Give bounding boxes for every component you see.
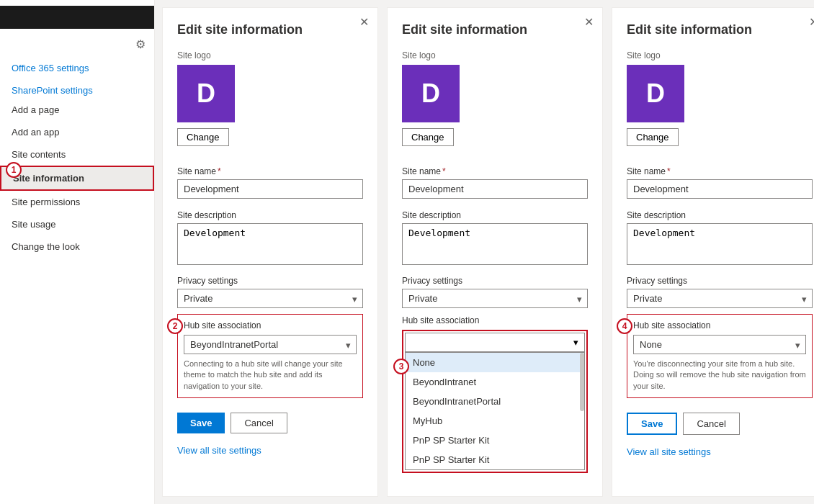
panel-1: ✕ Edit site information Site logo D Chan… [162,7,378,497]
panel-2-dropdown-arrow: ▾ [573,337,578,348]
panel-1-btn-row: Save Cancel [177,413,363,433]
panel-2-privacy-label: Privacy settings [402,276,588,286]
panel-3-privacy-wrapper: Private Public ▾ [627,289,813,308]
panel-1-privacy-select[interactable]: Private Public [177,289,363,308]
panel-1-site-desc-label: Site description [177,210,363,220]
panel-3-close[interactable]: ✕ [809,15,814,29]
circle-3: 3 [393,359,409,374]
panel-3-logo: D [627,65,684,122]
panel-1-logo-label: Site logo [177,50,363,60]
panel-1-close[interactable]: ✕ [359,15,369,29]
dropdown-item-pnp2[interactable]: PnP SP Starter Kit [406,450,584,469]
panel-3-change-btn[interactable]: Change [627,128,679,146]
panel-1-hub-select[interactable]: BeyondIntranetPortal None [184,335,357,354]
panel-2-logo: D [402,65,460,122]
panel-2-hub-container: Hub site association 3 ▾ None BeyondIntr… [402,315,588,473]
panel-2-dropdown-header[interactable]: ▾ [405,333,585,352]
panel-3-hub-select[interactable]: None BeyondIntranetPortal [633,335,806,354]
panel-1-site-name-label: Site name* [177,166,363,176]
sidebar-item-site-usage[interactable]: Site usage [0,213,154,235]
main-content: ✕ Edit site information Site logo D Chan… [155,0,814,504]
panel-2-site-name-label: Site name* [402,166,588,176]
panel-1-privacy-label: Privacy settings [177,276,363,286]
sidebar-item-site-information[interactable]: Site information [0,166,154,191]
sidebar-item-sharepoint: SharePoint settings [0,79,154,99]
panel-1-hub-label: Hub site association [184,320,357,330]
panel-3-hub-box: Hub site association None BeyondIntranet… [627,314,813,398]
panel-2-title: Edit site information [402,22,588,37]
dropdown-item-myhub[interactable]: MyHub [406,411,584,431]
sidebar-item-office365[interactable]: Office 365 settings [0,57,154,79]
panel-2-change-btn[interactable]: Change [402,128,454,146]
panel-1-logo: D [177,65,235,122]
circle-1: 1 [6,162,22,178]
panel-3-hub-info: You're disconnecting your site from a hu… [633,359,806,392]
panel-1-site-desc-textarea[interactable]: Development [177,223,363,265]
panel-3-privacy-label: Privacy settings [627,276,813,286]
brand-bar [0,6,154,29]
panel-2-close[interactable]: ✕ [584,15,594,29]
panel-3-site-name-input[interactable] [627,179,813,199]
dropdown-item-beyondintranetportal[interactable]: BeyondIntranetPortal [406,392,584,411]
panel-3-save-btn[interactable]: Save [627,413,677,435]
panel-3-site-desc-label: Site description [627,210,813,220]
panel-3-hub-label: Hub site association [633,320,806,330]
dropdown-item-beyondintranet[interactable]: BeyondIntranet [406,372,584,392]
sidebar: ⚙ Office 365 settings SharePoint setting… [0,0,155,504]
sidebar-item-site-contents[interactable]: Site contents [0,143,154,166]
dropdown-item-pnp1[interactable]: PnP SP Starter Kit [406,431,584,450]
panel-1-title: Edit site information [177,22,363,37]
panel-2-privacy-select[interactable]: Private Public [402,289,588,308]
panel-2-hub-label: Hub site association [402,315,588,325]
dropdown-scrollbar[interactable] [580,353,584,411]
sidebar-top: ⚙ [0,35,154,57]
panel-2-logo-label: Site logo [402,50,588,60]
panel-2: ✕ Edit site information Site logo D Chan… [387,7,603,497]
panel-1-privacy-wrapper: Private Public ▾ [177,289,363,308]
panel-3-logo-label: Site logo [627,50,813,60]
panel-2-site-name-input[interactable] [402,179,588,199]
dropdown-item-none[interactable]: None [406,353,584,372]
panel-1-change-btn[interactable]: Change [177,128,229,146]
panel-3-view-all[interactable]: View all site settings [627,446,813,457]
panel-3: ✕ Edit site information Site logo D Chan… [612,7,814,497]
panel-1-hub-box: Hub site association BeyondIntranetPorta… [177,314,363,398]
panel-2-privacy-wrapper: Private Public ▾ [402,289,588,308]
panel-3-title: Edit site information [627,22,813,37]
panel-3-site-name-label: Site name* [627,166,813,176]
panel-1-save-btn[interactable]: Save [177,413,225,433]
panel-3-site-desc-textarea[interactable]: Development [627,223,813,265]
sidebar-item-add-page[interactable]: Add a page [0,99,154,121]
panel-2-site-desc-textarea[interactable]: Development [402,223,588,265]
sidebar-item-site-permissions[interactable]: Site permissions [0,191,154,213]
panel-3-privacy-select[interactable]: Private Public [627,289,813,308]
panel-1-cancel-btn[interactable]: Cancel [231,413,287,433]
panel-3-cancel-btn[interactable]: Cancel [683,413,739,435]
panel-1-hub-wrapper: BeyondIntranetPortal None ▾ [184,335,357,354]
panel-3-hub-container: 4 Hub site association None BeyondIntran… [627,314,813,398]
panel-3-hub-wrapper: None BeyondIntranetPortal ▾ [633,335,806,354]
panel-1-hub-container: 2 Hub site association BeyondIntranetPor… [177,314,363,398]
panel-2-dropdown-box: 3 ▾ None BeyondIntranet BeyondIntranetPo… [402,330,588,473]
sidebar-item-change-look[interactable]: Change the look [0,235,154,258]
circle-2: 2 [167,318,183,334]
circle-4: 4 [617,318,632,334]
gear-icon[interactable]: ⚙ [135,37,146,51]
panel-2-dropdown-list: None BeyondIntranet BeyondIntranetPortal… [405,352,585,470]
panel-1-hub-info: Connecting to a hub site will change you… [184,359,357,392]
panel-3-btn-row: Save Cancel [627,413,813,435]
sidebar-item-add-app[interactable]: Add an app [0,121,154,143]
panel-1-site-name-input[interactable] [177,179,363,199]
panel-1-view-all[interactable]: View all site settings [177,445,363,456]
panel-2-site-desc-label: Site description [402,210,588,220]
